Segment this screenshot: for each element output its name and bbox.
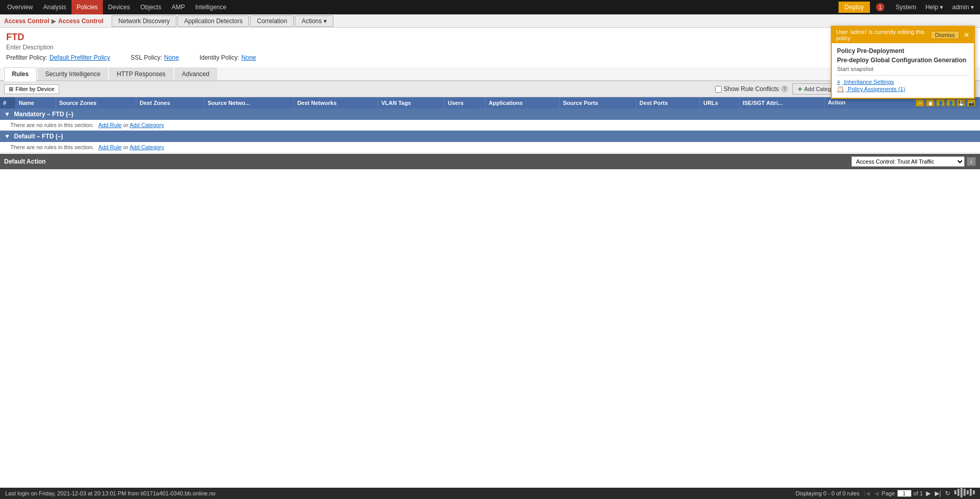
next-page-button[interactable]: ▶ [925, 490, 932, 497]
svg-rect-1 [957, 489, 959, 496]
action-icon-2[interactable]: 📋 [926, 99, 934, 106]
col-source-networks: Source Netwo... [204, 97, 294, 109]
ssl-label: SSL Policy: [131, 54, 162, 61]
action-icon-5[interactable]: 💾 [957, 99, 965, 106]
nav-help[interactable]: Help ▾ [921, 0, 947, 14]
popup-close-icon[interactable]: ✕ [964, 31, 970, 39]
top-navigation: Overview Analysis Policies Devices Objec… [0, 0, 980, 14]
first-page-button[interactable]: |◀ [863, 490, 871, 497]
section-mandatory: ▼ Mandatory – FTD (–) [0, 109, 980, 120]
nav-objects[interactable]: Objects [135, 0, 167, 14]
ssl-link[interactable]: None [164, 54, 179, 61]
default-action-row: Default Action Access Control: Trust All… [0, 154, 980, 169]
default-or-text: or [123, 144, 130, 150]
nav-system[interactable]: System [892, 0, 920, 14]
page-number-input[interactable] [897, 490, 912, 497]
subtab-actions-label: Actions ▾ [301, 17, 327, 25]
nav-devices[interactable]: Devices [103, 0, 135, 14]
col-applications: Applications [486, 97, 560, 109]
nav-alerts[interactable]: 1 [872, 0, 890, 14]
tab-security-intelligence[interactable]: Security Intelligence [38, 67, 108, 80]
policy-meta: Prefilter Policy: Default Prefilter Poli… [6, 54, 974, 61]
filter-device-label: Filter by Device [15, 86, 55, 92]
default-add-category-link[interactable]: Add Category [130, 144, 164, 150]
breadcrumb-link-access-control[interactable]: Access Control [4, 17, 49, 25]
popup-body: Policy Pre-Deployment Pre-deploy Global … [832, 43, 974, 98]
popup-dismiss-button[interactable]: Dismiss [931, 31, 960, 39]
default-action-select[interactable]: Access Control: Trust All Traffic [851, 156, 965, 167]
show-conflicts-checkbox[interactable] [715, 86, 722, 93]
nav-overview[interactable]: Overview [2, 0, 38, 14]
default-action-select-wrap: Access Control: Trust All Traffic i [851, 156, 976, 167]
identity-policy: Identity Policy: None [200, 54, 256, 61]
popup-section-title: Policy Pre-Deployment [837, 47, 969, 55]
show-conflicts-help-icon[interactable]: ? [781, 85, 788, 93]
default-section-toggle[interactable]: ▼ [4, 133, 10, 140]
sub-tabs: Network Discovery Application Detectors … [112, 15, 333, 27]
filter-device-button[interactable]: ⊞ Filter by Device [4, 84, 59, 94]
status-bar-right: Displaying 0 - 0 of 0 rules |◀ ◀ Page of… [796, 487, 975, 500]
action-icon-6[interactable]: 📷 [967, 99, 975, 106]
popup-inheritance-link[interactable]: ≡ Inheritance Settings [837, 79, 969, 85]
nav-analysis[interactable]: Analysis [38, 0, 72, 14]
subtab-application-detectors[interactable]: Application Detectors [177, 15, 249, 27]
last-login-text: Last login on Friday, 2021-12-03 at 20:1… [5, 490, 216, 496]
col-dest-networks: Dest Networks [294, 97, 378, 109]
mandatory-add-category-link[interactable]: Add Category [130, 122, 164, 128]
identity-label: Identity Policy: [200, 54, 239, 61]
deploy-button[interactable]: Deploy [839, 2, 870, 13]
col-source-ports: Source Ports [560, 97, 636, 109]
show-conflicts-label: Show Rule Conflicts [724, 85, 779, 93]
popup-subsection-title: Pre-deploy Global Configuration Generati… [837, 57, 969, 64]
mandatory-add-rule-link[interactable]: Add Rule [98, 122, 121, 128]
popup-separator [837, 75, 969, 76]
default-add-rule-link[interactable]: Add Rule [98, 144, 121, 150]
action-icon-1[interactable]: 🔒 [916, 99, 924, 106]
nav-intelligence[interactable]: Intelligence [190, 0, 231, 14]
top-nav-right: Deploy 1 System Help ▾ admin ▾ [838, 0, 978, 14]
prefilter-link[interactable]: Default Prefilter Policy [49, 54, 110, 61]
mandatory-section-label: Mandatory – FTD (–) [14, 111, 73, 118]
nav-amp[interactable]: AMP [166, 0, 190, 14]
popup-header: User 'admin' is currently editing this p… [832, 27, 974, 43]
mandatory-empty-row: There are no rules in this section. Add … [0, 120, 980, 131]
svg-rect-2 [960, 487, 963, 497]
mandatory-section-toggle[interactable]: ▼ [4, 111, 10, 118]
prev-page-button[interactable]: ◀ [873, 490, 880, 497]
default-empty-row: There are no rules in this section. Add … [0, 142, 980, 153]
svg-rect-3 [964, 489, 966, 496]
identity-link[interactable]: None [241, 54, 256, 61]
popup-policy-assignments-link[interactable]: 📋 Policy Assignments (1) [837, 86, 969, 93]
action-icon-3[interactable]: 👤 [936, 99, 945, 106]
default-section-label: Default – FTD (–) [14, 133, 63, 140]
default-empty-text: There are no rules in this section. [10, 144, 94, 150]
default-action-info-icon[interactable]: i [967, 157, 976, 166]
rules-table: # Name Source Zones Dest Zones Source Ne… [0, 97, 980, 153]
nav-admin[interactable]: admin ▾ [948, 0, 978, 14]
col-dest-ports: Dest Ports [636, 97, 700, 109]
policy-name: FTD [6, 32, 974, 43]
col-vlan-tags: VLAN Tags [378, 97, 444, 109]
prefilter-label: Prefilter Policy: [6, 54, 47, 61]
svg-rect-0 [954, 490, 956, 494]
refresh-button[interactable]: ↻ [944, 490, 951, 497]
policy-description[interactable]: Enter Description [6, 44, 974, 51]
tab-advanced[interactable]: Advanced [174, 67, 217, 80]
page-label: Page [882, 490, 895, 496]
action-icon-4[interactable]: 👤 [947, 99, 955, 106]
popup-header-text: User 'admin' is currently editing this p… [836, 29, 931, 41]
col-urls: URLs [700, 97, 739, 109]
tab-http-responses[interactable]: HTTP Responses [109, 67, 173, 80]
svg-rect-6 [973, 490, 975, 494]
subtab-correlation[interactable]: Correlation [250, 15, 294, 27]
last-page-button[interactable]: ▶| [934, 490, 942, 497]
col-hash: # [0, 97, 15, 109]
tab-rules[interactable]: Rules [4, 67, 37, 81]
pagination: |◀ ◀ Page of 1 ▶ ▶| ↻ [863, 490, 951, 497]
subtab-network-discovery[interactable]: Network Discovery [112, 15, 176, 27]
subtab-actions[interactable]: Actions ▾ [295, 15, 333, 27]
col-action: Action 🔒 📋 👤 👤 💾 📷 [825, 97, 980, 109]
nav-policies[interactable]: Policies [72, 0, 103, 14]
popup-start-snapshot[interactable]: Start snapshot [837, 66, 969, 72]
section-default: ▼ Default – FTD (–) [0, 131, 980, 142]
